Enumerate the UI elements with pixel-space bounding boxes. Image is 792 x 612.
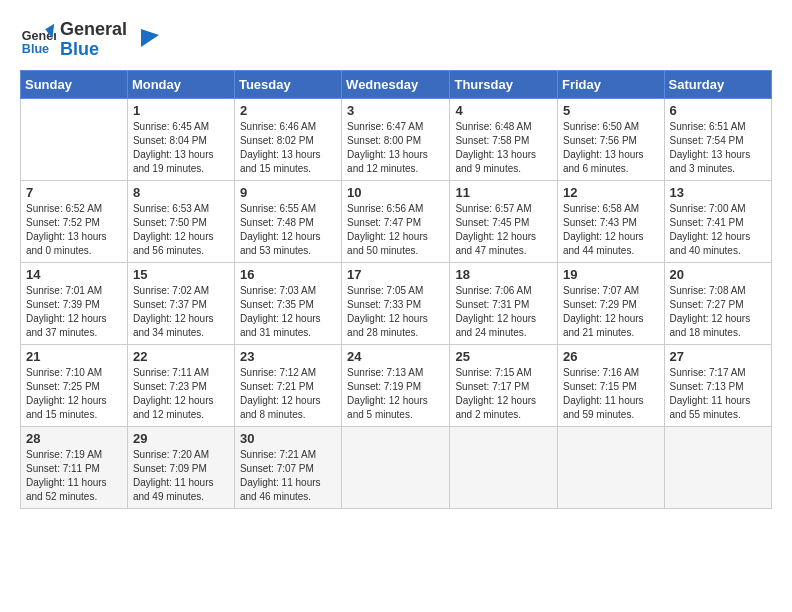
day-info: Sunrise: 7:20 AM Sunset: 7:09 PM Dayligh… xyxy=(133,448,229,504)
calendar-cell: 5Sunrise: 6:50 AM Sunset: 7:56 PM Daylig… xyxy=(558,98,665,180)
day-info: Sunrise: 6:47 AM Sunset: 8:00 PM Dayligh… xyxy=(347,120,444,176)
day-info: Sunrise: 7:10 AM Sunset: 7:25 PM Dayligh… xyxy=(26,366,122,422)
calendar-cell xyxy=(664,426,771,508)
day-number: 7 xyxy=(26,185,122,200)
page-header: General Blue General Blue xyxy=(20,20,772,60)
calendar-cell: 15Sunrise: 7:02 AM Sunset: 7:37 PM Dayli… xyxy=(127,262,234,344)
calendar-cell: 29Sunrise: 7:20 AM Sunset: 7:09 PM Dayli… xyxy=(127,426,234,508)
day-number: 27 xyxy=(670,349,766,364)
day-number: 14 xyxy=(26,267,122,282)
calendar-cell: 22Sunrise: 7:11 AM Sunset: 7:23 PM Dayli… xyxy=(127,344,234,426)
day-info: Sunrise: 7:07 AM Sunset: 7:29 PM Dayligh… xyxy=(563,284,659,340)
day-info: Sunrise: 7:01 AM Sunset: 7:39 PM Dayligh… xyxy=(26,284,122,340)
calendar-cell: 16Sunrise: 7:03 AM Sunset: 7:35 PM Dayli… xyxy=(234,262,341,344)
calendar-cell: 30Sunrise: 7:21 AM Sunset: 7:07 PM Dayli… xyxy=(234,426,341,508)
day-info: Sunrise: 7:02 AM Sunset: 7:37 PM Dayligh… xyxy=(133,284,229,340)
calendar-cell xyxy=(342,426,450,508)
day-number: 22 xyxy=(133,349,229,364)
calendar-cell: 18Sunrise: 7:06 AM Sunset: 7:31 PM Dayli… xyxy=(450,262,558,344)
day-info: Sunrise: 7:19 AM Sunset: 7:11 PM Dayligh… xyxy=(26,448,122,504)
day-info: Sunrise: 6:58 AM Sunset: 7:43 PM Dayligh… xyxy=(563,202,659,258)
calendar-cell: 9Sunrise: 6:55 AM Sunset: 7:48 PM Daylig… xyxy=(234,180,341,262)
day-info: Sunrise: 6:52 AM Sunset: 7:52 PM Dayligh… xyxy=(26,202,122,258)
day-info: Sunrise: 7:05 AM Sunset: 7:33 PM Dayligh… xyxy=(347,284,444,340)
day-number: 11 xyxy=(455,185,552,200)
day-info: Sunrise: 7:03 AM Sunset: 7:35 PM Dayligh… xyxy=(240,284,336,340)
day-number: 4 xyxy=(455,103,552,118)
calendar-cell xyxy=(558,426,665,508)
day-info: Sunrise: 6:51 AM Sunset: 7:54 PM Dayligh… xyxy=(670,120,766,176)
day-info: Sunrise: 6:50 AM Sunset: 7:56 PM Dayligh… xyxy=(563,120,659,176)
day-number: 5 xyxy=(563,103,659,118)
calendar-cell: 11Sunrise: 6:57 AM Sunset: 7:45 PM Dayli… xyxy=(450,180,558,262)
calendar-cell: 25Sunrise: 7:15 AM Sunset: 7:17 PM Dayli… xyxy=(450,344,558,426)
day-number: 20 xyxy=(670,267,766,282)
calendar-cell: 2Sunrise: 6:46 AM Sunset: 8:02 PM Daylig… xyxy=(234,98,341,180)
calendar-cell: 10Sunrise: 6:56 AM Sunset: 7:47 PM Dayli… xyxy=(342,180,450,262)
calendar-week-1: 1Sunrise: 6:45 AM Sunset: 8:04 PM Daylig… xyxy=(21,98,772,180)
day-info: Sunrise: 7:00 AM Sunset: 7:41 PM Dayligh… xyxy=(670,202,766,258)
day-number: 21 xyxy=(26,349,122,364)
weekday-header-friday: Friday xyxy=(558,70,665,98)
calendar-cell xyxy=(450,426,558,508)
day-number: 8 xyxy=(133,185,229,200)
weekday-header-tuesday: Tuesday xyxy=(234,70,341,98)
day-info: Sunrise: 6:53 AM Sunset: 7:50 PM Dayligh… xyxy=(133,202,229,258)
calendar-cell: 7Sunrise: 6:52 AM Sunset: 7:52 PM Daylig… xyxy=(21,180,128,262)
day-info: Sunrise: 6:57 AM Sunset: 7:45 PM Dayligh… xyxy=(455,202,552,258)
day-number: 30 xyxy=(240,431,336,446)
day-number: 18 xyxy=(455,267,552,282)
calendar-cell: 4Sunrise: 6:48 AM Sunset: 7:58 PM Daylig… xyxy=(450,98,558,180)
day-number: 19 xyxy=(563,267,659,282)
day-info: Sunrise: 7:12 AM Sunset: 7:21 PM Dayligh… xyxy=(240,366,336,422)
calendar-cell: 14Sunrise: 7:01 AM Sunset: 7:39 PM Dayli… xyxy=(21,262,128,344)
day-info: Sunrise: 6:48 AM Sunset: 7:58 PM Dayligh… xyxy=(455,120,552,176)
logo-flag-icon xyxy=(131,25,161,55)
calendar-cell: 28Sunrise: 7:19 AM Sunset: 7:11 PM Dayli… xyxy=(21,426,128,508)
weekday-header-saturday: Saturday xyxy=(664,70,771,98)
logo-general: General xyxy=(60,20,127,40)
day-number: 16 xyxy=(240,267,336,282)
day-number: 23 xyxy=(240,349,336,364)
day-info: Sunrise: 7:08 AM Sunset: 7:27 PM Dayligh… xyxy=(670,284,766,340)
calendar-cell: 21Sunrise: 7:10 AM Sunset: 7:25 PM Dayli… xyxy=(21,344,128,426)
weekday-header-monday: Monday xyxy=(127,70,234,98)
calendar-cell: 12Sunrise: 6:58 AM Sunset: 7:43 PM Dayli… xyxy=(558,180,665,262)
svg-marker-3 xyxy=(141,29,159,47)
calendar-cell: 1Sunrise: 6:45 AM Sunset: 8:04 PM Daylig… xyxy=(127,98,234,180)
calendar-cell: 20Sunrise: 7:08 AM Sunset: 7:27 PM Dayli… xyxy=(664,262,771,344)
weekday-header-thursday: Thursday xyxy=(450,70,558,98)
day-info: Sunrise: 7:06 AM Sunset: 7:31 PM Dayligh… xyxy=(455,284,552,340)
day-number: 3 xyxy=(347,103,444,118)
day-number: 13 xyxy=(670,185,766,200)
logo: General Blue General Blue xyxy=(20,20,161,60)
day-info: Sunrise: 6:46 AM Sunset: 8:02 PM Dayligh… xyxy=(240,120,336,176)
day-number: 26 xyxy=(563,349,659,364)
day-number: 15 xyxy=(133,267,229,282)
day-info: Sunrise: 6:55 AM Sunset: 7:48 PM Dayligh… xyxy=(240,202,336,258)
calendar-cell: 19Sunrise: 7:07 AM Sunset: 7:29 PM Dayli… xyxy=(558,262,665,344)
day-number: 17 xyxy=(347,267,444,282)
day-info: Sunrise: 7:13 AM Sunset: 7:19 PM Dayligh… xyxy=(347,366,444,422)
day-number: 6 xyxy=(670,103,766,118)
day-number: 1 xyxy=(133,103,229,118)
calendar-cell: 6Sunrise: 6:51 AM Sunset: 7:54 PM Daylig… xyxy=(664,98,771,180)
calendar-cell xyxy=(21,98,128,180)
calendar-cell: 8Sunrise: 6:53 AM Sunset: 7:50 PM Daylig… xyxy=(127,180,234,262)
calendar-cell: 13Sunrise: 7:00 AM Sunset: 7:41 PM Dayli… xyxy=(664,180,771,262)
day-info: Sunrise: 7:17 AM Sunset: 7:13 PM Dayligh… xyxy=(670,366,766,422)
day-number: 10 xyxy=(347,185,444,200)
calendar-cell: 24Sunrise: 7:13 AM Sunset: 7:19 PM Dayli… xyxy=(342,344,450,426)
day-number: 12 xyxy=(563,185,659,200)
day-info: Sunrise: 6:56 AM Sunset: 7:47 PM Dayligh… xyxy=(347,202,444,258)
calendar-cell: 27Sunrise: 7:17 AM Sunset: 7:13 PM Dayli… xyxy=(664,344,771,426)
day-number: 2 xyxy=(240,103,336,118)
calendar-cell: 17Sunrise: 7:05 AM Sunset: 7:33 PM Dayli… xyxy=(342,262,450,344)
calendar-week-5: 28Sunrise: 7:19 AM Sunset: 7:11 PM Dayli… xyxy=(21,426,772,508)
day-number: 24 xyxy=(347,349,444,364)
calendar-cell: 23Sunrise: 7:12 AM Sunset: 7:21 PM Dayli… xyxy=(234,344,341,426)
day-number: 28 xyxy=(26,431,122,446)
calendar-header-row: SundayMondayTuesdayWednesdayThursdayFrid… xyxy=(21,70,772,98)
weekday-header-sunday: Sunday xyxy=(21,70,128,98)
logo-blue: Blue xyxy=(60,40,127,60)
